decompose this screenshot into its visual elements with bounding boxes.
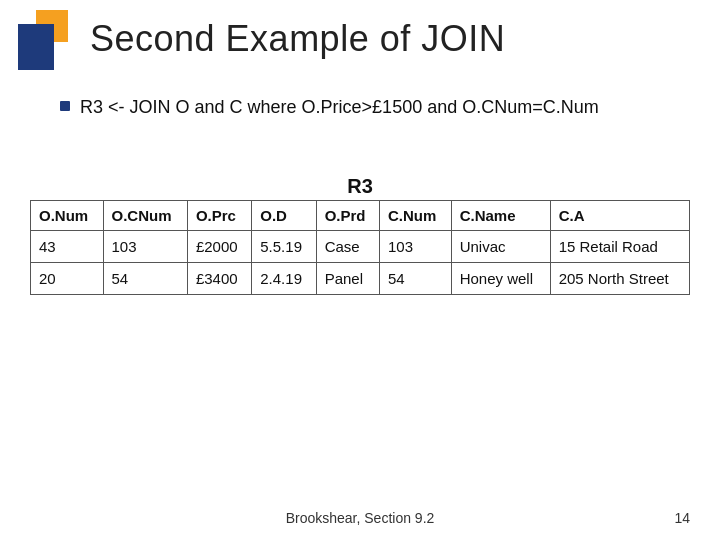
data-table-wrapper: O.Num O.CNum O.Prc O.D O.Prd C.Num C.Nam… <box>30 200 690 295</box>
decorative-squares <box>18 10 78 70</box>
col-header-ocnum: O.CNum <box>103 201 187 231</box>
table-row: 43 103 £2000 5.5.19 Case 103 Univac 15 R… <box>31 231 690 263</box>
cell-od-1: 5.5.19 <box>252 231 316 263</box>
cell-cnum-1: 103 <box>380 231 452 263</box>
col-header-oprc: O.Prc <box>187 201 251 231</box>
col-header-ca: C.A <box>550 201 689 231</box>
col-header-cnum: C.Num <box>380 201 452 231</box>
bullet-section: R3 <- JOIN O and C where O.Price>£1500 a… <box>60 95 680 120</box>
table-header-row: O.Num O.CNum O.Prc O.D O.Prd C.Num C.Nam… <box>31 201 690 231</box>
cell-cname-2: Honey well <box>451 263 550 295</box>
cell-ocnum-2: 54 <box>103 263 187 295</box>
table-row: 20 54 £3400 2.4.19 Panel 54 Honey well 2… <box>31 263 690 295</box>
cell-ca-2: 205 North Street <box>550 263 689 295</box>
cell-onum-1: 43 <box>31 231 104 263</box>
bullet-text: R3 <- JOIN O and C where O.Price>£1500 a… <box>80 95 599 120</box>
cell-oprc-1: £2000 <box>187 231 251 263</box>
cell-oprc-2: £3400 <box>187 263 251 295</box>
cell-oprd-2: Panel <box>316 263 379 295</box>
col-header-od: O.D <box>252 201 316 231</box>
cell-ocnum-1: 103 <box>103 231 187 263</box>
r3-label: R3 <box>0 175 720 198</box>
cell-od-2: 2.4.19 <box>252 263 316 295</box>
footer: Brookshear, Section 9.2 14 <box>0 510 720 526</box>
footer-page-number: 14 <box>674 510 690 526</box>
col-header-onum: O.Num <box>31 201 104 231</box>
page-title: Second Example of JOIN <box>90 18 505 60</box>
r3-table: O.Num O.CNum O.Prc O.D O.Prd C.Num C.Nam… <box>30 200 690 295</box>
cell-ca-1: 15 Retail Road <box>550 231 689 263</box>
footer-citation: Brookshear, Section 9.2 <box>0 510 720 526</box>
bullet-icon <box>60 101 70 111</box>
col-header-oprd: O.Prd <box>316 201 379 231</box>
bullet-item: R3 <- JOIN O and C where O.Price>£1500 a… <box>60 95 680 120</box>
cell-cname-1: Univac <box>451 231 550 263</box>
col-header-cname: C.Name <box>451 201 550 231</box>
cell-oprd-1: Case <box>316 231 379 263</box>
cell-cnum-2: 54 <box>380 263 452 295</box>
blue-square <box>18 24 54 70</box>
cell-onum-2: 20 <box>31 263 104 295</box>
